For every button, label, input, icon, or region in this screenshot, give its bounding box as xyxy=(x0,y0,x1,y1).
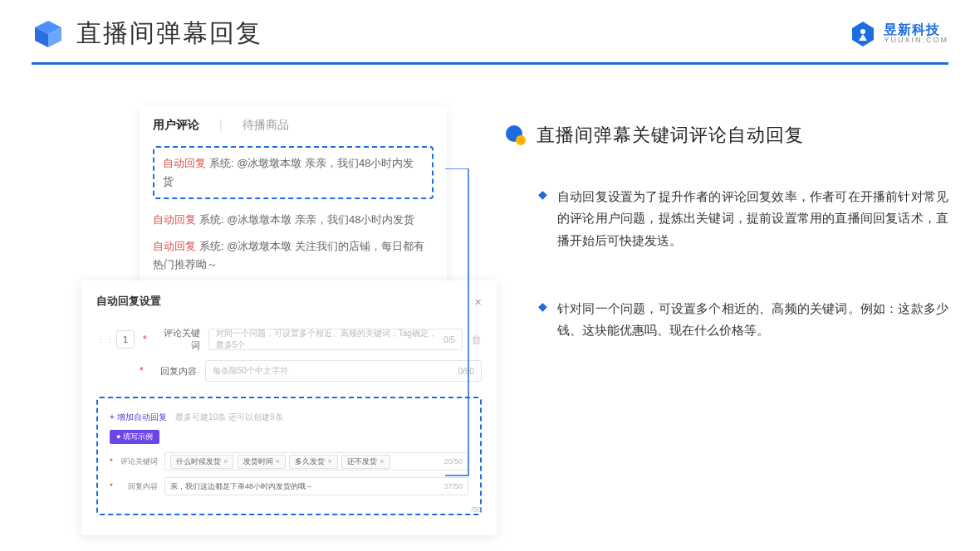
section-title: 直播间弹幕关键词评论自动回复 xyxy=(537,123,804,148)
example-box: + 增加自动回复 最多可建10条 还可以创建9条 ● 填写示例 * 评论关键词 … xyxy=(96,397,482,515)
tab-user-comments[interactable]: 用户评论 xyxy=(153,118,199,134)
keyword-input[interactable]: 对同一个问题，可设置多个相近、高频的关键词，Tag确定，最多5个 0/5 xyxy=(208,329,463,350)
order-number: 1 xyxy=(116,330,135,349)
right-content: 直播间弹幕关键词评论自动回复 ◆ 自动回复设置为了提升作者的评论回复效率，作者可… xyxy=(505,106,948,388)
content-input[interactable]: 每条限50个中文字符 0/50 xyxy=(205,360,482,382)
keyword-tag[interactable]: 还不发货× xyxy=(341,455,390,469)
bullet-marker-icon: ◆ xyxy=(538,188,547,251)
chat-bubble-icon xyxy=(505,124,527,146)
title-wrap: 直播间弹幕回复 xyxy=(32,17,262,51)
close-icon[interactable]: × xyxy=(474,295,482,309)
example-pill: ● 填写示例 xyxy=(110,430,159,444)
example-tag-counter: 20/50 xyxy=(443,457,463,466)
content-label: 回复内容 xyxy=(152,365,197,378)
settings-title: 自动回复设置 xyxy=(96,294,161,309)
comment-text: 系统: @冰墩墩本墩 亲亲，我们48小时内发货 xyxy=(199,213,415,226)
comment-row-highlighted: 自动回复系统: @冰墩墩本墩 亲亲，我们48小时内发货 xyxy=(153,146,434,199)
left-visuals: 用户评论 | 待播商品 自动回复系统: @冰墩墩本墩 亲亲，我们48小时内发货 … xyxy=(32,106,480,388)
keyword-placeholder: 对同一个问题，可设置多个相近、高频的关键词，Tag确定，最多5个 xyxy=(216,328,443,351)
example-content-label: 回复内容 xyxy=(120,481,158,492)
required-dot: * xyxy=(110,457,113,466)
required-dot: * xyxy=(140,365,144,377)
example-keyword-row: * 评论关键词 什么时候发货× 发货时间× 多久发货× 还不发货× 20/50 xyxy=(110,452,468,471)
auto-reply-tag: 自动回复 xyxy=(153,240,196,252)
brand-name-cn: 昱新科技 xyxy=(884,22,948,37)
tab-divider: | xyxy=(219,118,223,134)
brand-name-en: YUUXIN.COM xyxy=(884,37,948,45)
comment-row: 自动回复系统: @冰墩墩本墩 关注我们的店铺，每日都有热门推荐呦～ xyxy=(153,237,434,274)
content-row: * 回复内容 每条限50个中文字符 0/50 xyxy=(96,360,482,382)
page-header: 直播间弹幕回复 昱新科技 YUUXIN.COM xyxy=(0,0,980,57)
tab-pending-goods[interactable]: 待播商品 xyxy=(243,118,289,134)
auto-reply-settings-card: 自动回复设置 × ⋮⋮ 1 * 评论关键词 对同一个问题，可设置多个相近、高频的… xyxy=(81,280,497,535)
required-dot: * xyxy=(110,482,113,491)
svg-point-5 xyxy=(516,135,526,145)
example-content-counter: 37/50 xyxy=(443,482,463,490)
bullet-text: 针对同一个问题，可设置多个相近的、高频的关键词。例如：这款多少钱、这块能优惠吗、… xyxy=(557,298,948,342)
auto-reply-tag: 自动回复 xyxy=(163,157,206,169)
example-keyword-input[interactable]: 什么时候发货× 发货时间× 多久发货× 还不发货× 20/50 xyxy=(164,452,468,471)
required-dot: * xyxy=(143,334,147,345)
keyword-label: 评论关键词 xyxy=(155,327,200,352)
section-head: 直播间弹幕关键词评论自动回复 xyxy=(505,123,948,148)
bullet-marker-icon: ◆ xyxy=(538,300,547,342)
keyword-tag[interactable]: 什么时候发货× xyxy=(170,455,233,469)
keyword-tag[interactable]: 多久发货× xyxy=(289,455,337,469)
example-keyword-label: 评论关键词 xyxy=(120,456,158,467)
keyword-tag[interactable]: 发货时间× xyxy=(238,455,286,469)
bullet-item: ◆ 自动回复设置为了提升作者的评论回复效率，作者可在开播前针对常见的评论用户问题… xyxy=(505,186,948,251)
keyword-row: ⋮⋮ 1 * 评论关键词 对同一个问题，可设置多个相近、高频的关键词，Tag确定… xyxy=(96,327,482,352)
drag-handle-icon[interactable]: ⋮⋮ xyxy=(96,334,108,345)
example-content-value: 亲，我们这边都是下单48小时内发货的哦～ xyxy=(170,481,313,492)
content-counter: 0/50 xyxy=(458,367,474,376)
brand: 昱新科技 YUUXIN.COM xyxy=(849,20,948,48)
comment-row: 自动回复系统: @冰墩墩本墩 亲亲，我们48小时内发货 xyxy=(153,211,434,229)
trash-icon[interactable]: 🗑 xyxy=(471,334,482,346)
bullet-item: ◆ 针对同一个问题，可设置多个相近的、高频的关键词。例如：这款多少钱、这块能优惠… xyxy=(505,298,948,342)
add-auto-reply-link[interactable]: + 增加自动回复 xyxy=(110,412,167,422)
bullet-text: 自动回复设置为了提升作者的评论回复效率，作者可在开播前针对常见的评论用户问题，提… xyxy=(557,186,948,251)
example-content-input[interactable]: 亲，我们这边都是下单48小时内发货的哦～ 37/50 xyxy=(164,477,468,495)
svg-point-3 xyxy=(860,29,865,34)
cube-icon xyxy=(32,17,65,51)
stray-counter: /50 xyxy=(471,505,482,514)
page-title: 直播间弹幕回复 xyxy=(76,17,262,51)
auto-reply-tag: 自动回复 xyxy=(153,213,196,226)
brand-logo-icon xyxy=(849,20,877,48)
example-content-row: * 回复内容 亲，我们这边都是下单48小时内发货的哦～ 37/50 xyxy=(110,477,468,495)
comments-tabs: 用户评论 | 待播商品 xyxy=(153,118,434,134)
content-placeholder: 每条限50个中文字符 xyxy=(213,365,288,377)
keyword-counter: 0/5 xyxy=(443,335,455,344)
add-hint: 最多可建10条 还可以创建9条 xyxy=(175,412,282,422)
